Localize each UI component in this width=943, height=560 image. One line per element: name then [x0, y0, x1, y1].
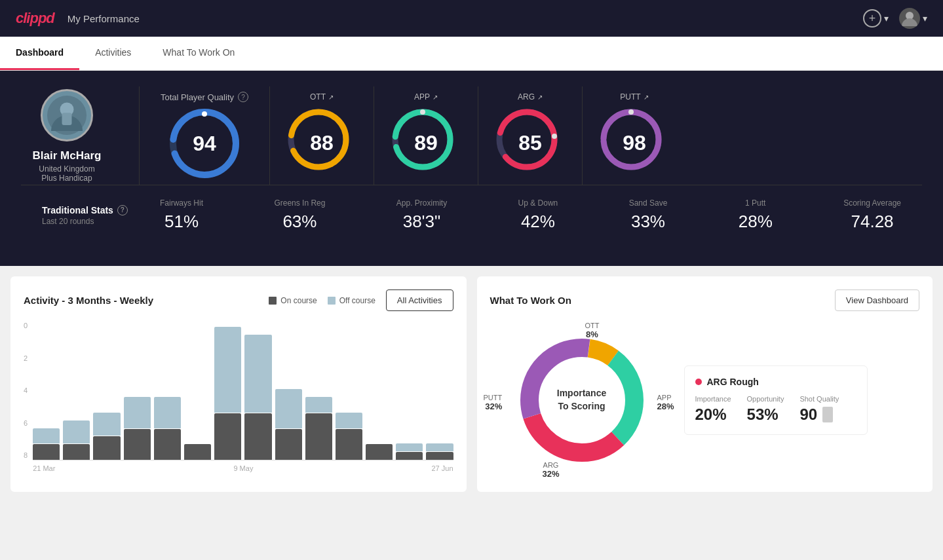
- oncourse-dot: [269, 297, 277, 305]
- app-card: APP ↗ 89: [374, 86, 478, 185]
- profile-button[interactable]: ▾: [899, 8, 927, 29]
- bar-group: [93, 413, 120, 460]
- bar-offcourse: [124, 397, 151, 428]
- donut-label-ott: OTT 8%: [585, 322, 600, 339]
- hero-top: Blair McHarg United Kingdom Plus Handica…: [21, 86, 922, 185]
- profile-name: Blair McHarg: [33, 149, 102, 162]
- legend-oncourse: On course: [269, 296, 317, 305]
- bar-offcourse: [214, 327, 241, 413]
- tpq-score: 94: [193, 132, 216, 156]
- chart-y-axis: 8 6 4 2 0: [24, 322, 33, 472]
- ott-arrow-icon: ↗: [328, 94, 334, 101]
- bar-group: [426, 443, 453, 460]
- bar-group: [63, 420, 90, 460]
- profile-handicap: Plus Handicap: [41, 174, 92, 183]
- chevron-icon: ▾: [884, 13, 889, 24]
- putt-label: PUTT ↗: [620, 92, 648, 102]
- bottom-panels: Activity - 3 Months - Weekly On course O…: [0, 266, 943, 502]
- ott-card: OTT ↗ 88: [269, 86, 374, 185]
- chart-legend: On course Off course: [269, 296, 375, 305]
- app-label: APP ↗: [414, 92, 438, 102]
- trad-help-icon[interactable]: ?: [117, 205, 128, 215]
- view-dashboard-button[interactable]: View Dashboard: [835, 289, 919, 311]
- arg-score: 85: [518, 131, 542, 155]
- all-activities-button[interactable]: All Activities: [386, 289, 453, 311]
- tab-activities[interactable]: Activities: [79, 37, 147, 70]
- chart-area: 8 6 4 2 0 21 Mar 9 May 27 Jun: [24, 322, 453, 472]
- bar-oncourse: [184, 444, 211, 460]
- bar-group: [305, 397, 332, 460]
- info-card-header: ARG Rough: [695, 377, 856, 387]
- bar-offcourse: [244, 335, 271, 413]
- donut-label-app: APP 28%: [657, 394, 674, 411]
- bar-offcourse: [305, 397, 332, 413]
- putt-score: 98: [623, 131, 646, 155]
- bar-oncourse: [305, 413, 332, 460]
- bar-oncourse: [124, 429, 151, 460]
- tab-what-to-work-on[interactable]: What To Work On: [147, 37, 250, 70]
- what-panel-title: What To Work On: [490, 295, 571, 306]
- donut-label-putt: PUTT 32%: [484, 394, 503, 411]
- svg-rect-3: [62, 113, 72, 125]
- info-card-dot: [695, 379, 702, 385]
- bar-offcourse: [275, 389, 302, 428]
- app-arrow-icon: ↗: [433, 94, 438, 101]
- profile-country: United Kingdom: [39, 164, 94, 174]
- ott-ring: 88: [286, 107, 358, 179]
- bar-offcourse: [63, 420, 90, 444]
- arg-rough-card: ARG Rough Importance 20% Opportunity 53%…: [684, 365, 868, 435]
- donut-label-arg: ARG 32%: [543, 461, 560, 479]
- bar-offcourse: [396, 443, 423, 451]
- header-left: clippd My Performance: [16, 10, 140, 27]
- svg-point-14: [552, 134, 557, 139]
- opportunity-metric: Opportunity 53%: [747, 395, 784, 424]
- bar-oncourse: [154, 429, 181, 460]
- tpq-card: Total Player Quality ? 94: [161, 86, 269, 185]
- chart-inner: 21 Mar 9 May 27 Jun: [33, 322, 453, 472]
- putt-arrow-icon: ↗: [644, 94, 649, 101]
- avatar: [899, 8, 920, 29]
- header: clippd My Performance + ▾ ▾: [0, 0, 943, 37]
- activity-panel: Activity - 3 Months - Weekly On course O…: [10, 276, 467, 492]
- help-icon[interactable]: ?: [238, 92, 248, 102]
- profile-section: Blair McHarg United Kingdom Plus Handica…: [21, 86, 139, 185]
- bar-oncourse: [366, 444, 393, 460]
- importance-value: 20%: [695, 405, 731, 424]
- trad-stat-item: Sand Save 33%: [629, 198, 668, 232]
- legend-offcourse: Off course: [328, 296, 375, 305]
- profile-avatar: [41, 89, 93, 141]
- tab-bar: Dashboard Activities What To Work On: [0, 37, 943, 71]
- bar-group: [184, 444, 211, 460]
- shot-quality-bar: [822, 407, 833, 422]
- bar-oncourse: [93, 436, 120, 460]
- shot-quality-value: 90: [799, 405, 839, 424]
- svg-point-17: [628, 109, 634, 115]
- bar-group: [154, 397, 181, 460]
- bar-group: [396, 443, 423, 460]
- info-card-title: ARG Rough: [707, 377, 759, 387]
- bar-offcourse: [336, 413, 362, 428]
- bar-offcourse: [93, 413, 120, 436]
- tab-dashboard[interactable]: Dashboard: [0, 37, 79, 70]
- logo: clippd: [16, 10, 54, 27]
- add-button[interactable]: + ▾: [863, 9, 889, 28]
- svg-point-11: [420, 109, 425, 115]
- bar-oncourse: [214, 413, 241, 460]
- app-ring: 89: [390, 107, 462, 179]
- metrics-section: Total Player Quality ? 94 OTT ↗: [139, 86, 922, 185]
- trad-stat-item: Scoring Average 74.28: [843, 198, 901, 232]
- bar-oncourse: [33, 444, 60, 460]
- bar-offcourse: [33, 428, 60, 444]
- bar-oncourse: [244, 413, 271, 460]
- arg-ring: 85: [494, 107, 566, 179]
- trad-stat-item: Up & Down 42%: [518, 198, 558, 232]
- bar-group: [244, 335, 271, 460]
- chart-bars: [33, 322, 453, 460]
- trad-stat-item: Greens In Reg 63%: [274, 198, 325, 232]
- activity-panel-header: Activity - 3 Months - Weekly On course O…: [24, 289, 453, 311]
- header-title: My Performance: [67, 13, 140, 24]
- bar-offcourse: [426, 443, 453, 451]
- putt-card: PUTT ↗ 98: [582, 86, 686, 185]
- what-to-work-on-panel: What To Work On View Dashboard: [477, 276, 933, 492]
- header-right: + ▾ ▾: [863, 8, 927, 29]
